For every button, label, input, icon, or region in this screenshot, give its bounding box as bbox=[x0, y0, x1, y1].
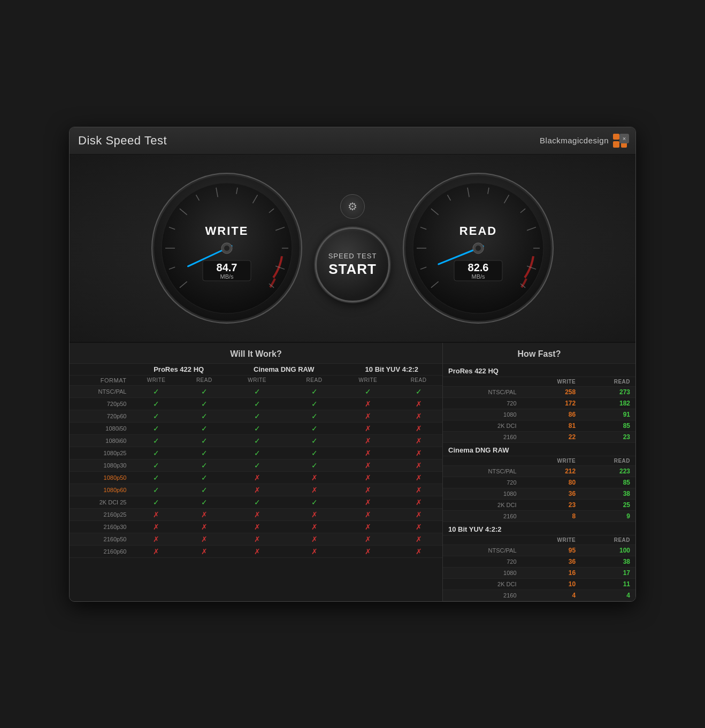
check-icon: ✓ bbox=[201, 412, 208, 420]
read-gauge-svg: READ 82.6 MB/s bbox=[401, 171, 556, 326]
read-cell: ✓ bbox=[395, 385, 442, 397]
format-label: 1080p30 bbox=[70, 459, 131, 471]
format-label: 2160p25 bbox=[70, 508, 131, 520]
check-icon: ✓ bbox=[201, 424, 208, 433]
will-it-row: 1080p50✓✓✗✗✗✗ bbox=[70, 471, 442, 484]
read-cell: ✗ bbox=[182, 508, 227, 520]
format-label: 1080p50 bbox=[70, 471, 131, 484]
write-cell: ✓ bbox=[131, 471, 181, 484]
write-cell: ✗ bbox=[341, 533, 395, 545]
check-icon: ✓ bbox=[201, 400, 208, 408]
read-cell: ✗ bbox=[287, 533, 341, 545]
write-cell: ✓ bbox=[227, 397, 287, 410]
start-button[interactable]: SPEED TEST START bbox=[315, 227, 390, 302]
check-icon: ✓ bbox=[311, 498, 318, 507]
format-col-label: FORMAT bbox=[70, 375, 131, 385]
how-fast-panel: How Fast? ProRes 422 HQWRITEREADNTSC/PAL… bbox=[443, 343, 635, 601]
check-icon: ✓ bbox=[153, 436, 159, 445]
how-fast-header-row: WRITEREAD bbox=[443, 377, 635, 386]
write-cell: ✗ bbox=[341, 447, 395, 459]
cross-icon: ✗ bbox=[153, 547, 159, 556]
check-icon: ✓ bbox=[254, 498, 260, 507]
write-cell: ✓ bbox=[227, 434, 287, 447]
cross-icon: ✗ bbox=[365, 523, 371, 531]
how-fast-data-row: 10801617 bbox=[443, 567, 635, 578]
how-fast-data-row: NTSC/PAL95100 bbox=[443, 545, 635, 556]
will-it-row: 1080i50✓✓✓✓✗✗ bbox=[70, 422, 442, 434]
svg-text:84.7: 84.7 bbox=[217, 262, 237, 273]
how-fast-data-row: NTSC/PAL212223 bbox=[443, 465, 635, 477]
check-icon: ✓ bbox=[153, 498, 159, 507]
brand-name: Blackmagicdesign bbox=[540, 136, 609, 145]
will-it-row: 2160p50✗✗✗✗✗✗ bbox=[70, 533, 442, 545]
write-cell: ✓ bbox=[131, 422, 181, 434]
col-group-yuv: 10 Bit YUV 4:2:2 bbox=[341, 364, 442, 376]
col-group-prores: ProRes 422 HQ bbox=[131, 364, 226, 376]
read-cell: ✓ bbox=[287, 447, 341, 459]
read-cell: ✓ bbox=[182, 496, 227, 508]
check-icon: ✓ bbox=[254, 449, 260, 457]
check-icon: ✓ bbox=[201, 461, 208, 470]
format-label: 1080i50 bbox=[70, 422, 131, 434]
read-cell: ✓ bbox=[287, 434, 341, 447]
will-it-row: 2160p30✗✗✗✗✗✗ bbox=[70, 520, 442, 533]
check-icon: ✓ bbox=[254, 436, 260, 445]
how-fast-data-row: 10808691 bbox=[443, 409, 635, 420]
cross-icon: ✗ bbox=[416, 424, 422, 433]
how-fast-header-row: WRITEREAD bbox=[443, 535, 635, 545]
cross-icon: ✗ bbox=[311, 547, 318, 556]
check-icon: ✓ bbox=[311, 387, 318, 396]
will-it-row: 2K DCI 25✓✓✓✓✗✗ bbox=[70, 496, 442, 508]
will-it-row: 1080p30✓✓✓✓✗✗ bbox=[70, 459, 442, 471]
write-gauge-svg: WRITE 84.7 MB/s bbox=[149, 171, 304, 326]
check-icon: ✓ bbox=[311, 449, 318, 457]
will-it-row: 1080p60✓✓✗✗✗✗ bbox=[70, 484, 442, 496]
check-icon: ✓ bbox=[254, 387, 260, 396]
logo-dot-3 bbox=[613, 141, 619, 148]
read-cell: ✗ bbox=[395, 447, 442, 459]
write-cell: ✓ bbox=[227, 422, 287, 434]
read-cell: ✓ bbox=[182, 397, 227, 410]
check-icon: ✓ bbox=[254, 461, 260, 470]
read-cell: ✓ bbox=[287, 459, 341, 471]
read-cell: ✗ bbox=[287, 484, 341, 496]
settings-button[interactable]: ⚙ bbox=[340, 194, 365, 219]
svg-point-20 bbox=[224, 246, 229, 251]
sub-h-write-1: WRITE bbox=[131, 375, 181, 385]
read-cell: ✓ bbox=[287, 496, 341, 508]
sub-h-read-2: READ bbox=[287, 375, 341, 385]
svg-text:READ: READ bbox=[459, 224, 497, 237]
cross-icon: ✗ bbox=[201, 523, 208, 531]
how-fast-data-row: 720172182 bbox=[443, 397, 635, 409]
will-it-row: 1080p25✓✓✓✓✗✗ bbox=[70, 447, 442, 459]
how-fast-data-row: 10803638 bbox=[443, 488, 635, 499]
read-cell: ✗ bbox=[395, 410, 442, 422]
cross-icon: ✗ bbox=[365, 424, 371, 433]
write-cell: ✗ bbox=[131, 520, 181, 533]
format-label: 2160p30 bbox=[70, 520, 131, 533]
write-cell: ✓ bbox=[131, 385, 181, 397]
write-cell: ✗ bbox=[341, 545, 395, 557]
format-label: 2160p60 bbox=[70, 545, 131, 557]
cross-icon: ✗ bbox=[416, 535, 422, 543]
check-icon: ✓ bbox=[311, 400, 318, 408]
cross-icon: ✗ bbox=[311, 523, 318, 531]
format-label: NTSC/PAL bbox=[70, 385, 131, 397]
how-fast-data-row: 21602223 bbox=[443, 431, 635, 442]
cross-icon: ✗ bbox=[201, 535, 208, 543]
how-fast-data-row: 7203638 bbox=[443, 556, 635, 567]
check-icon: ✓ bbox=[201, 486, 208, 494]
read-cell: ✗ bbox=[395, 397, 442, 410]
cross-icon: ✗ bbox=[365, 449, 371, 457]
cross-icon: ✗ bbox=[311, 510, 318, 519]
write-cell: ✓ bbox=[131, 434, 181, 447]
title-bar-right: Blackmagicdesign bbox=[540, 134, 627, 148]
read-cell: ✓ bbox=[182, 410, 227, 422]
how-fast-data-row: 216044 bbox=[443, 589, 635, 601]
check-icon: ✓ bbox=[254, 400, 260, 408]
will-it-row: 1080i60✓✓✓✓✗✗ bbox=[70, 434, 442, 447]
cross-icon: ✗ bbox=[416, 473, 422, 482]
close-button[interactable]: × bbox=[619, 134, 629, 143]
will-it-work-header: Will It Work? bbox=[70, 343, 442, 364]
cross-icon: ✗ bbox=[365, 547, 371, 556]
